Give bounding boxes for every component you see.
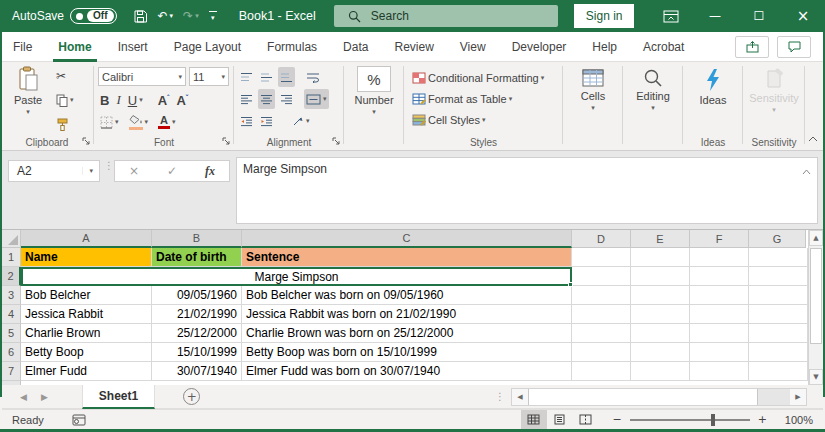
insert-function-button[interactable]: fx	[205, 164, 215, 179]
wrap-text-button[interactable]	[304, 67, 322, 87]
alignment-dialog-launcher[interactable]	[332, 135, 340, 147]
autosave-switch[interactable]: Off	[70, 8, 116, 24]
tab-review[interactable]: Review	[381, 32, 446, 62]
increase-font-button[interactable]: Aˆ	[156, 90, 172, 110]
collapse-formula-bar-button[interactable]	[802, 164, 811, 178]
tab-view[interactable]: View	[447, 32, 499, 62]
empty-cells[interactable]	[572, 286, 808, 305]
ribbon-display-options-button[interactable]	[649, 0, 693, 32]
row-header-4[interactable]: 4	[2, 305, 21, 324]
zoom-slider-thumb[interactable]	[711, 414, 715, 426]
empty-cells[interactable]	[572, 248, 808, 267]
scroll-up-button[interactable]: ▲	[809, 230, 823, 246]
sign-in-button[interactable]: Sign in	[574, 4, 635, 28]
cell-name[interactable]: Charlie Brown	[21, 324, 152, 343]
vertical-scrollbar[interactable]: ▲ ▼	[808, 230, 823, 385]
cell-sentence[interactable]: Betty Boop was born on 15/10/1999	[242, 343, 572, 362]
bold-button[interactable]: B	[98, 90, 111, 110]
zoom-level[interactable]: 100%	[775, 414, 813, 426]
empty-cells[interactable]	[572, 343, 808, 362]
column-header-a[interactable]: A	[21, 230, 152, 248]
formula-bar-input[interactable]: Marge Simpson	[236, 157, 818, 224]
row-header-6[interactable]: 6	[2, 343, 21, 362]
cell-name[interactable]: Jessica Rabbit	[21, 305, 152, 324]
orientation-button[interactable]: ▾	[290, 111, 312, 131]
zoom-out-button[interactable]: −	[613, 413, 622, 426]
cell-b1[interactable]: Date of birth	[152, 248, 242, 267]
borders-button[interactable]: ▾	[98, 112, 121, 132]
cell-dob[interactable]: 09/05/1960	[152, 286, 242, 305]
tab-formulas[interactable]: Formulas	[254, 32, 330, 62]
scroll-down-button[interactable]: ▼	[809, 369, 823, 385]
share-button[interactable]	[735, 36, 769, 58]
normal-view-button[interactable]	[521, 410, 547, 430]
row-header-1[interactable]: 1	[2, 248, 21, 267]
cell-styles-button[interactable]: Cell Styles ▾	[410, 110, 487, 130]
namebox-resize-handle[interactable]: ⋮	[104, 163, 114, 168]
clipboard-dialog-launcher[interactable]	[82, 135, 90, 147]
italic-button[interactable]: I	[114, 90, 122, 110]
empty-cells[interactable]	[572, 362, 808, 381]
cell-name[interactable]: Betty Boop	[21, 343, 152, 362]
tab-scroll-splitter[interactable]: ⋮	[495, 394, 505, 399]
cell-sentence[interactable]: Charlie Brown was born on 25/12/2000	[242, 324, 572, 343]
undo-button[interactable]: ↶▾	[158, 9, 174, 23]
tab-data[interactable]: Data	[330, 32, 381, 62]
row-header-5[interactable]: 5	[2, 324, 21, 343]
tab-acrobat[interactable]: Acrobat	[630, 32, 697, 62]
empty-cells[interactable]	[572, 305, 808, 324]
cell-a1[interactable]: Name	[21, 248, 152, 267]
empty-cells[interactable]	[572, 267, 808, 286]
maximize-button[interactable]: ☐	[737, 0, 781, 32]
prev-sheet-button[interactable]: ◀	[20, 392, 27, 402]
number-format-button[interactable]: % Number ▾	[350, 62, 398, 130]
row-header-3[interactable]: 3	[2, 286, 21, 305]
page-break-preview-button[interactable]	[573, 410, 599, 430]
selected-merged-cell-a2[interactable]: Marge Simpson	[21, 267, 572, 286]
minimize-button[interactable]: —	[693, 0, 737, 32]
format-as-table-button[interactable]: Format as Table ▾	[410, 89, 514, 109]
underline-button[interactable]: U▾	[126, 90, 145, 110]
new-sheet-button[interactable]: +	[183, 388, 200, 405]
redo-button[interactable]: ↷▾	[183, 9, 199, 23]
next-sheet-button[interactable]: ▶	[41, 392, 48, 402]
zoom-in-button[interactable]: +	[758, 413, 767, 426]
cell-dob[interactable]: 25/12/2000	[152, 324, 242, 343]
cell-name[interactable]: Elmer Fudd	[21, 362, 152, 381]
center-button[interactable]	[258, 89, 275, 109]
zoom-slider[interactable]	[630, 419, 750, 421]
collapse-ribbon-button[interactable]	[808, 132, 818, 144]
cell-dob[interactable]: 21/02/1990	[152, 305, 242, 324]
empty-cells[interactable]	[572, 324, 808, 343]
column-header-c[interactable]: C	[242, 230, 572, 248]
paste-button[interactable]: Paste ▾	[8, 62, 48, 130]
column-header-b[interactable]: B	[152, 230, 242, 248]
name-box[interactable]: A2 ▾	[8, 160, 100, 182]
tab-help[interactable]: Help	[579, 32, 630, 62]
merge-center-button[interactable]: ▾	[304, 89, 329, 109]
fill-handle[interactable]	[568, 282, 573, 287]
save-button[interactable]	[133, 9, 148, 24]
decrease-font-button[interactable]: Aˇ	[174, 90, 190, 110]
record-macro-button[interactable]	[72, 414, 86, 426]
row-header-7[interactable]: 7	[2, 362, 21, 381]
tab-developer[interactable]: Developer	[499, 32, 580, 62]
cell-dob[interactable]: 15/10/1999	[152, 343, 242, 362]
font-name-select[interactable]: Calibri▾	[98, 67, 186, 86]
scroll-right-button[interactable]: ▶	[790, 389, 806, 405]
conditional-formatting-button[interactable]: Conditional Formatting ▾	[410, 68, 546, 88]
font-dialog-launcher[interactable]	[222, 135, 230, 147]
tab-home[interactable]: Home	[45, 32, 104, 62]
sheet-tab-sheet1[interactable]: Sheet1	[82, 385, 155, 409]
select-all-button[interactable]	[2, 230, 21, 248]
fill-color-button[interactable]: ▾	[127, 112, 151, 132]
page-layout-view-button[interactable]	[547, 410, 573, 430]
autosave-toggle[interactable]: AutoSave Off	[12, 8, 117, 24]
cell-c1[interactable]: Sentence	[242, 248, 572, 267]
cancel-button[interactable]: ×	[129, 164, 139, 178]
sensitivity-button[interactable]: Sensitivity ▾	[747, 64, 801, 132]
bottom-align-button[interactable]	[278, 67, 295, 87]
column-header-g[interactable]: G	[749, 230, 806, 248]
tab-page-layout[interactable]: Page Layout	[161, 32, 254, 62]
horizontal-scrollbar[interactable]: ◀ ▶	[511, 388, 807, 406]
